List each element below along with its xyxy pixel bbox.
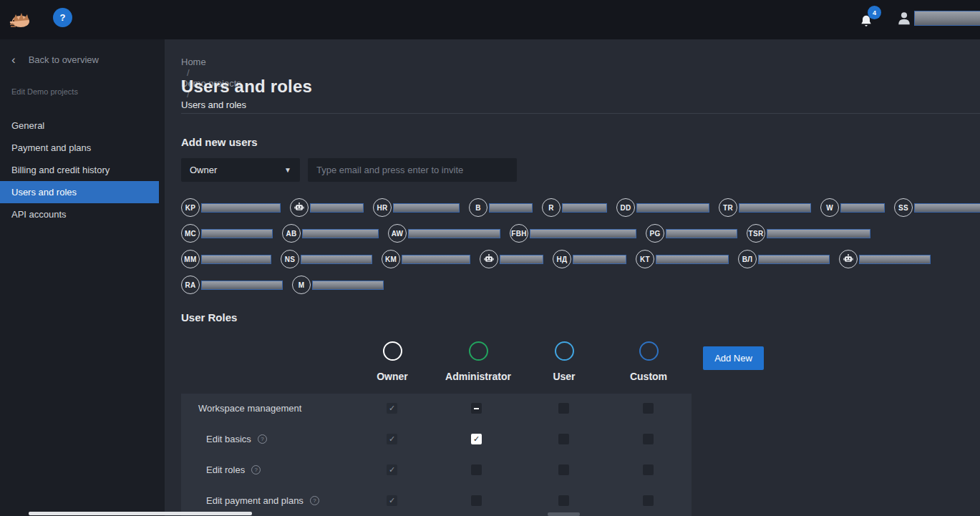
user-row: MCABAWFBHPGTSR xyxy=(181,220,976,246)
breadcrumb-item[interactable]: Home xyxy=(181,57,246,67)
user-chip[interactable]: НД xyxy=(553,250,626,268)
horizontal-scrollbar-thumb[interactable] xyxy=(29,512,252,515)
user-chip[interactable]: KT xyxy=(636,250,729,268)
user-chip[interactable]: AB xyxy=(282,224,379,243)
user-chip[interactable]: NS xyxy=(281,250,372,268)
redacted-name-bar xyxy=(201,281,283,290)
user-avatar: W xyxy=(820,198,839,217)
permissions-table: Workspace management✓Edit basics?✓✓Edit … xyxy=(181,394,692,516)
checkbox-custom[interactable] xyxy=(643,403,654,414)
role-column-owner: Owner xyxy=(342,341,442,382)
user-avatar: KM xyxy=(382,250,400,268)
checkbox-administrator[interactable] xyxy=(471,403,482,414)
checkbox-user[interactable] xyxy=(558,434,569,444)
notifications-button[interactable]: 4 xyxy=(859,9,883,33)
add-new-role-button[interactable]: Add New xyxy=(703,346,764,370)
checkbox-custom[interactable] xyxy=(643,434,654,444)
back-to-overview[interactable]: ‹ Back to overview xyxy=(0,39,165,66)
bot-avatar-icon xyxy=(480,250,498,268)
table-scrollbar-thumb[interactable] xyxy=(548,512,580,516)
user-chip-bot[interactable] xyxy=(839,250,931,268)
user-avatar: MM xyxy=(181,250,200,268)
user-chip[interactable]: MC xyxy=(181,224,273,243)
checkbox-owner[interactable]: ✓ xyxy=(387,464,397,475)
redacted-name-bar xyxy=(758,255,830,264)
help-tooltip-icon[interactable]: ? xyxy=(258,434,267,444)
account-menu[interactable] xyxy=(896,9,980,26)
breadcrumb-item: Users and roles xyxy=(181,99,246,110)
user-chip[interactable]: AW xyxy=(388,224,500,243)
user-chip[interactable]: TSR xyxy=(747,224,870,243)
user-chip[interactable]: W xyxy=(820,198,885,217)
chevron-down-icon: ▼ xyxy=(284,166,291,174)
redacted-name-bar xyxy=(739,203,811,213)
role-label: Administrator xyxy=(428,371,528,382)
help-button[interactable]: ? xyxy=(53,8,72,27)
user-chip[interactable]: KP xyxy=(181,198,281,217)
checkbox-user[interactable] xyxy=(558,464,569,475)
user-chip[interactable]: PG xyxy=(646,224,737,243)
sidebar-item-api-accounts[interactable]: API accounts xyxy=(0,203,159,225)
user-avatar: PG xyxy=(646,224,664,243)
sidebar-item-billing-and-credit-history[interactable]: Billing and credit history xyxy=(0,159,159,181)
user-roles-heading: User Roles xyxy=(181,311,237,323)
app-window: ? 4 ‹ Back to overview Edit Demo project… xyxy=(0,0,980,516)
user-chip[interactable]: B xyxy=(469,198,533,217)
permission-row: Edit roles?✓ xyxy=(181,455,692,486)
add-users-heading: Add new users xyxy=(181,136,258,148)
user-chip[interactable]: ВЛ xyxy=(738,250,830,268)
user-chip[interactable]: HR xyxy=(373,198,460,217)
role-select-value: Owner xyxy=(190,165,217,175)
checkbox-owner[interactable]: ✓ xyxy=(387,495,397,506)
checkbox-administrator[interactable] xyxy=(471,495,482,506)
back-label: Back to overview xyxy=(29,54,99,65)
checkbox-owner[interactable]: ✓ xyxy=(387,403,397,414)
checkbox-administrator[interactable] xyxy=(471,464,482,475)
user-chip[interactable]: R xyxy=(542,198,607,217)
user-chip[interactable]: FBH xyxy=(510,224,636,243)
user-avatar: ВЛ xyxy=(738,250,757,268)
person-icon xyxy=(896,9,912,26)
user-chip[interactable]: DD xyxy=(616,198,709,217)
role-circle-icon[interactable] xyxy=(555,341,574,361)
role-circle-icon[interactable] xyxy=(469,341,488,361)
user-avatar: AW xyxy=(388,224,407,243)
sidebar-item-payment-and-plans[interactable]: Payment and plans xyxy=(0,137,159,159)
redacted-name-bar xyxy=(500,255,543,264)
help-tooltip-icon[interactable]: ? xyxy=(251,465,261,474)
role-select[interactable]: Owner ▼ xyxy=(181,158,300,182)
permission-label: Edit basics? xyxy=(206,434,267,444)
sidebar-item-general[interactable]: General xyxy=(0,115,159,137)
checkbox-custom[interactable] xyxy=(643,495,654,506)
help-tooltip-icon[interactable]: ? xyxy=(310,496,319,505)
sidebar-item-users-and-roles[interactable]: Users and roles xyxy=(0,181,159,203)
user-avatar: DD xyxy=(616,198,635,217)
redacted-name-bar xyxy=(393,203,460,213)
user-chip[interactable]: TR xyxy=(719,198,811,217)
user-chip[interactable]: M xyxy=(292,276,384,294)
bot-avatar-icon xyxy=(839,250,858,268)
checkbox-user[interactable] xyxy=(558,495,569,506)
user-chip[interactable]: MM xyxy=(181,250,271,268)
email-invite-input[interactable] xyxy=(308,158,517,182)
checkbox-custom[interactable] xyxy=(643,464,654,475)
hedgehog-logo[interactable] xyxy=(9,9,31,30)
permission-label-text: Edit basics xyxy=(206,434,251,444)
user-chip-bot[interactable] xyxy=(480,250,543,268)
checkbox-owner[interactable]: ✓ xyxy=(387,434,397,444)
checkbox-user[interactable] xyxy=(558,403,569,414)
role-column-custom: Custom xyxy=(598,341,699,382)
redacted-name-bar xyxy=(562,203,607,213)
sidebar-section-label: Edit Demo projects xyxy=(0,66,165,96)
user-chip[interactable]: KM xyxy=(382,250,470,268)
user-row: RAM xyxy=(181,272,976,298)
user-chip[interactable]: RA xyxy=(181,276,283,294)
user-chip[interactable]: SS xyxy=(894,198,980,217)
role-circle-icon[interactable] xyxy=(383,341,402,361)
user-chip-bot[interactable] xyxy=(290,198,364,217)
checkbox-administrator[interactable]: ✓ xyxy=(471,434,482,444)
user-avatar: KT xyxy=(636,250,654,268)
permission-row: Workspace management✓ xyxy=(181,394,692,424)
role-circle-icon[interactable] xyxy=(639,341,659,361)
topbar: ? 4 xyxy=(0,0,980,39)
